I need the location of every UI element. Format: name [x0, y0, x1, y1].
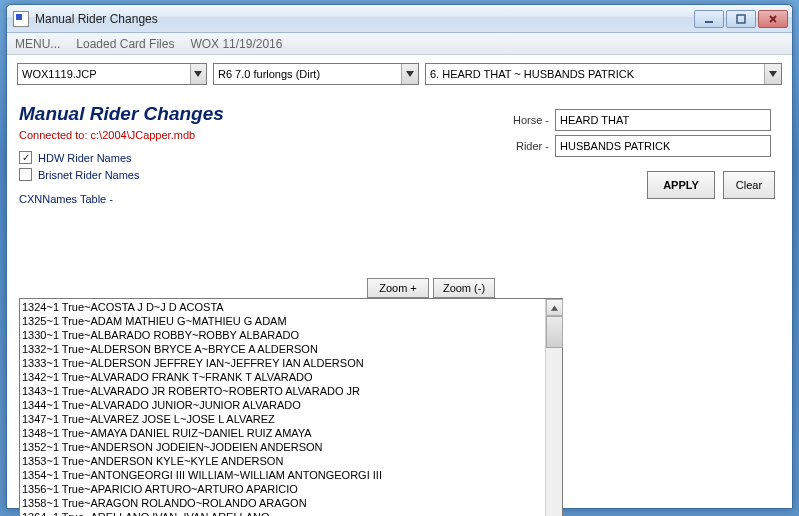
zoom-controls: Zoom + Zoom (-) [367, 278, 495, 298]
names-listbox[interactable]: 1324~1 True~ACOSTA J D~J D ACOSTA1325~1 … [19, 298, 563, 516]
menu-item-date[interactable]: WOX 11/19/2016 [190, 37, 282, 51]
apply-button[interactable]: APPLY [647, 171, 715, 199]
list-item[interactable]: 1324~1 True~ACOSTA J D~J D ACOSTA [22, 300, 543, 314]
rider-field-row: Rider - [499, 135, 771, 157]
names-list-items[interactable]: 1324~1 True~ACOSTA J D~J D ACOSTA1325~1 … [20, 299, 545, 516]
zoom-in-label: Zoom + [379, 282, 417, 294]
list-item[interactable]: 1330~1 True~ALBARADO ROBBY~ROBBY ALBARAD… [22, 328, 543, 342]
zoom-in-button[interactable]: Zoom + [367, 278, 429, 298]
list-item[interactable]: 1358~1 True~ARAGON ROLANDO~ROLANDO ARAGO… [22, 496, 543, 510]
entry-combo-value[interactable] [426, 64, 764, 84]
content-area: Manual Rider Changes Connected to: c:\20… [7, 91, 792, 508]
scrollbar-thumb[interactable] [546, 316, 563, 348]
entry-combo[interactable] [425, 63, 782, 85]
file-combo-value[interactable] [18, 64, 190, 84]
list-item[interactable]: 1354~1 True~ANTONGEORGI III WILLIAM~WILL… [22, 468, 543, 482]
horse-field-row: Horse - [499, 109, 771, 131]
app-icon [13, 11, 29, 27]
zoom-out-label: Zoom (-) [443, 282, 485, 294]
list-item[interactable]: 1353~1 True~ANDERSON KYLE~KYLE ANDERSON [22, 454, 543, 468]
scroll-up-button[interactable] [546, 299, 563, 316]
file-combo[interactable] [17, 63, 207, 85]
list-item[interactable]: 1364~1 True~ARELLANO IVAN~IVAN ARELLANO [22, 510, 543, 516]
dropdown-arrow-icon[interactable] [764, 64, 781, 84]
apply-button-label: APPLY [663, 179, 699, 191]
maximize-button[interactable] [726, 10, 756, 28]
svg-rect-1 [737, 15, 745, 23]
race-combo[interactable] [213, 63, 419, 85]
list-item[interactable]: 1343~1 True~ALVARADO JR ROBERTO~ROBERTO … [22, 384, 543, 398]
dropdown-arrow-icon[interactable] [401, 64, 418, 84]
window-title: Manual Rider Changes [35, 12, 692, 26]
menu-item-menu[interactable]: MENU... [15, 37, 60, 51]
list-item[interactable]: 1347~1 True~ALVAREZ JOSE L~JOSE L ALVARE… [22, 412, 543, 426]
list-item[interactable]: 1352~1 True~ANDERSON JODEIEN~JODEIEN AND… [22, 440, 543, 454]
svg-rect-0 [705, 21, 713, 23]
app-window: Manual Rider Changes MENU... Loaded Card… [6, 4, 793, 509]
titlebar[interactable]: Manual Rider Changes [7, 5, 792, 33]
rider-input[interactable] [555, 135, 771, 157]
scrollbar[interactable] [545, 299, 562, 516]
list-item[interactable]: 1342~1 True~ALVARADO FRANK T~FRANK T ALV… [22, 370, 543, 384]
clear-button[interactable]: Clear [723, 171, 775, 199]
brisnet-checkbox[interactable] [19, 168, 32, 181]
rider-label: Rider - [499, 140, 549, 152]
horse-label: Horse - [499, 114, 549, 126]
close-button[interactable] [758, 10, 788, 28]
list-item[interactable]: 1344~1 True~ALVARADO JUNIOR~JUNIOR ALVAR… [22, 398, 543, 412]
hdw-checkbox[interactable]: ✓ [19, 151, 32, 164]
hdw-checkbox-label: HDW Rider Names [38, 152, 132, 164]
menu-item-loaded-card-files[interactable]: Loaded Card Files [76, 37, 174, 51]
horse-input[interactable] [555, 109, 771, 131]
list-item[interactable]: 1333~1 True~ALDERSON JEFFREY IAN~JEFFREY… [22, 356, 543, 370]
list-item[interactable]: 1325~1 True~ADAM MATHIEU G~MATHIEU G ADA… [22, 314, 543, 328]
list-item[interactable]: 1332~1 True~ALDERSON BRYCE A~BRYCE A ALD… [22, 342, 543, 356]
clear-button-label: Clear [736, 179, 762, 191]
combo-row [7, 55, 792, 91]
brisnet-checkbox-label: Brisnet Rider Names [38, 169, 139, 181]
menubar: MENU... Loaded Card Files WOX 11/19/2016 [7, 33, 792, 55]
zoom-out-button[interactable]: Zoom (-) [433, 278, 495, 298]
dropdown-arrow-icon[interactable] [190, 64, 206, 84]
list-item[interactable]: 1348~1 True~AMAYA DANIEL RUIZ~DANIEL RUI… [22, 426, 543, 440]
race-combo-value[interactable] [214, 64, 401, 84]
list-item[interactable]: 1356~1 True~APARICIO ARTURO~ARTURO APARI… [22, 482, 543, 496]
minimize-button[interactable] [694, 10, 724, 28]
